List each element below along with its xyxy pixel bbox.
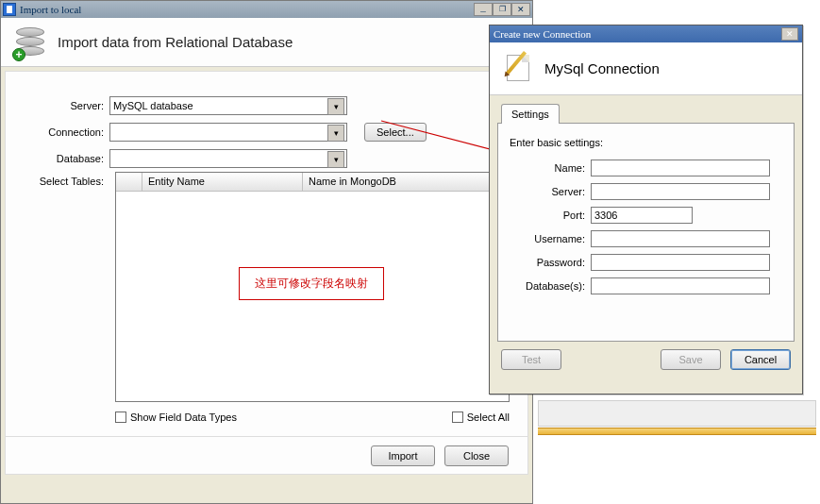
test-button[interactable]: Test: [501, 349, 561, 370]
connection-label: Connection:: [15, 126, 109, 138]
save-button[interactable]: Save: [661, 349, 721, 370]
server-label-2: Server:: [510, 186, 591, 197]
server-field[interactable]: [591, 183, 770, 200]
select-connection-button[interactable]: Select...: [364, 123, 427, 142]
import-heading: Import data from Relational Database: [58, 34, 293, 50]
select-tables-label: Select Tables:: [15, 176, 109, 187]
connection-header: MySql Connection: [490, 42, 802, 95]
settings-intro: Enter basic settings:: [510, 137, 782, 148]
server-label: Server:: [15, 100, 109, 111]
name-field[interactable]: [591, 160, 770, 176]
import-window: Import to local + Import data from Relat…: [0, 0, 533, 504]
show-field-types-label: Show Field Data Types: [130, 412, 237, 423]
column-mongo-name[interactable]: Name in MongoDB: [303, 173, 509, 192]
databases-label: Database(s):: [510, 280, 591, 292]
password-label: Password:: [510, 257, 591, 268]
show-field-types-checkbox[interactable]: Show Field Data Types: [115, 412, 237, 423]
tab-settings[interactable]: Settings: [501, 104, 560, 124]
connection-select[interactable]: [109, 123, 347, 142]
database-select[interactable]: [109, 149, 347, 168]
column-entity-name[interactable]: Entity Name: [142, 173, 303, 192]
restore-button[interactable]: [493, 3, 511, 16]
password-field[interactable]: [591, 254, 770, 271]
username-field[interactable]: [591, 230, 770, 247]
username-label: Username:: [510, 233, 591, 244]
import-title: Import to local: [20, 4, 81, 15]
column-checkbox[interactable]: [116, 173, 142, 192]
select-all-label: Select All: [467, 412, 510, 423]
import-form: Server: Connection: Select... Database: …: [5, 71, 528, 437]
port-label: Port:: [510, 210, 591, 221]
edit-icon: [503, 53, 533, 85]
background-strip: [538, 428, 816, 435]
settings-panel: Enter basic settings: Name: Server: Port…: [497, 123, 795, 342]
databases-field[interactable]: [591, 277, 770, 294]
database-label: Database:: [15, 153, 109, 164]
connection-close-icon[interactable]: [781, 27, 798, 41]
app-icon: [3, 3, 16, 16]
annotation-box: 这里可修改字段名映射: [239, 267, 384, 300]
import-button[interactable]: Import: [371, 445, 435, 466]
select-all-checkbox[interactable]: Select All: [452, 412, 510, 423]
connection-title: Create new Connection: [494, 28, 591, 40]
connection-dialog: Create new Connection MySql Connection S…: [489, 25, 803, 395]
database-icon: +: [14, 25, 46, 59]
close-window-button[interactable]: [511, 3, 530, 16]
server-select[interactable]: [109, 96, 347, 115]
background-panel: [538, 400, 816, 427]
port-field[interactable]: [591, 207, 693, 224]
import-footer: Import Close: [5, 437, 528, 475]
tables-list[interactable]: Entity Name Name in MongoDB 这里可修改字段名映射: [115, 172, 510, 402]
minimize-button[interactable]: [474, 3, 493, 16]
name-label: Name:: [510, 162, 591, 174]
close-button[interactable]: Close: [444, 445, 509, 466]
connection-titlebar[interactable]: Create new Connection: [490, 25, 802, 42]
import-titlebar[interactable]: Import to local: [1, 1, 532, 18]
connection-heading: MySql Connection: [544, 60, 660, 76]
cancel-button[interactable]: Cancel: [730, 349, 791, 370]
import-header: + Import data from Relational Database: [1, 18, 532, 67]
